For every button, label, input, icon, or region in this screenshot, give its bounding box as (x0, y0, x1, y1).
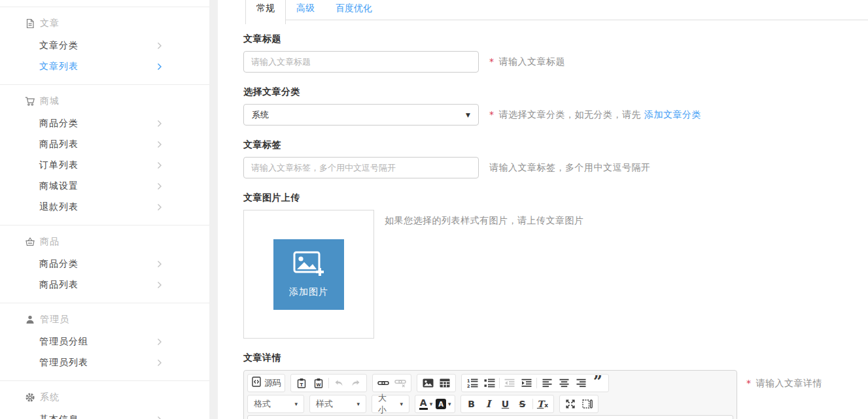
outdent-button[interactable] (501, 375, 518, 391)
link-group (372, 374, 411, 392)
article-category-help: * 请选择文章分类，如无分类，请先 添加文章分类 (489, 109, 701, 121)
chevron-right-icon (157, 281, 162, 289)
sidebar-item-order-list[interactable]: 订单列表 (24, 155, 173, 176)
align-center-button[interactable] (555, 375, 572, 391)
underline-button[interactable]: U (497, 396, 514, 412)
sidebar-section-title: 商城 (40, 95, 60, 107)
redo-button[interactable] (347, 375, 364, 391)
size-dropdown[interactable]: 大小 ▾ (372, 395, 409, 413)
blockquote-button[interactable]: ” (589, 375, 606, 391)
chevron-down-icon: ▾ (430, 401, 433, 407)
image-upload-box[interactable]: 添加图片 (243, 210, 374, 339)
chevron-right-icon (157, 141, 162, 148)
article-image-label: 文章图片上传 (243, 192, 868, 204)
sidebar-item-product-category[interactable]: 商品分类 (24, 254, 173, 275)
main-content: 常规 高级 百度优化 文章标题 * 请输入文章标题 选择文章分类 系统 ▼ (218, 0, 868, 419)
background-color-button[interactable]: A▾ (434, 396, 453, 412)
source-group: 源码 (247, 374, 285, 392)
sidebar-header-system[interactable]: 系统 (24, 390, 173, 405)
sidebar-item-mall-settings[interactable]: 商城设置 (24, 176, 173, 197)
article-tags-input[interactable] (243, 157, 479, 178)
chevron-right-icon (157, 416, 162, 419)
chevron-right-icon (157, 161, 162, 169)
chevron-down-icon: ▾ (356, 401, 360, 407)
add-image-button[interactable]: 添加图片 (273, 239, 344, 310)
toolbar-separator (532, 399, 533, 409)
article-detail-label: 文章详情 (243, 352, 868, 364)
article-title-input[interactable] (243, 51, 479, 73)
sidebar-item-admin-group[interactable]: 管理员分组 (24, 331, 173, 352)
unlink-button[interactable] (392, 375, 409, 391)
style-dropdown[interactable]: 样式 ▾ (309, 395, 366, 413)
sidebar-divider (209, 0, 218, 419)
sidebar-item-refund-list[interactable]: 退款列表 (24, 197, 173, 218)
ordered-list-button[interactable]: 12 (464, 375, 481, 391)
text-color-button[interactable]: A▾ (417, 396, 434, 412)
field-article-title: 文章标题 * 请输入文章标题 (243, 33, 868, 73)
indent-button[interactable] (518, 375, 535, 391)
sidebar-section-title: 文章 (40, 18, 60, 29)
chevron-right-icon (157, 338, 162, 346)
field-article-category: 选择文章分类 系统 ▼ * 请选择文章分类，如无分类，请先 添加文章分类 (243, 86, 868, 126)
toolbar-separator (328, 378, 329, 388)
select-caret-icon: ▼ (466, 112, 470, 118)
chevron-down-icon: ▾ (294, 401, 298, 407)
unordered-list-button[interactable] (481, 375, 498, 391)
sidebar: 文章 文章分类 文章列表 商城 商品分类 商品 (0, 0, 209, 419)
sidebar-section-system: 系统 基本信息 (0, 380, 209, 419)
field-article-image: 文章图片上传 添加图片 如果您选择的列表样式有图片，请上传文章图片 (243, 192, 868, 339)
paste-text-button[interactable]: T (293, 375, 310, 391)
align-left-button[interactable] (538, 375, 555, 391)
cart-icon (24, 96, 35, 107)
italic-button[interactable]: I (480, 396, 497, 412)
sidebar-item-admin-list[interactable]: 管理员列表 (24, 352, 173, 373)
sidebar-section-title: 商品 (40, 236, 60, 248)
strikethrough-button[interactable]: S (514, 396, 531, 412)
sidebar-item-article-category[interactable]: 文章分类 (24, 35, 173, 56)
image-button[interactable] (419, 375, 436, 391)
sidebar-item-article-list[interactable]: 文章列表 (24, 56, 173, 77)
tab-advanced[interactable]: 高级 (286, 0, 325, 20)
tab-baidu-seo[interactable]: 百度优化 (325, 0, 383, 20)
paste-word-button[interactable]: W (310, 375, 327, 391)
add-category-link[interactable]: 添加文章分类 (644, 109, 701, 121)
sidebar-item-goods-category[interactable]: 商品分类 (24, 113, 173, 134)
bold-button[interactable]: B (463, 396, 480, 412)
sidebar-item-product-list[interactable]: 商品列表 (24, 275, 173, 295)
sidebar-header-mall[interactable]: 商城 (24, 93, 173, 109)
sidebar-section-title: 管理员 (40, 314, 69, 326)
sidebar-section-mall: 商城 商品分类 商品列表 订单列表 商城设置 退款列表 (0, 84, 209, 225)
add-image-label: 添加图片 (289, 286, 328, 298)
tab-general[interactable]: 常规 (245, 0, 286, 24)
sidebar-section-product: 商品 商品分类 商品列表 (0, 225, 209, 303)
image-plus-icon (292, 250, 325, 282)
toolbar-separator (499, 378, 500, 388)
color-group: A▾ A▾ (415, 395, 455, 413)
editor-content-area[interactable] (247, 415, 733, 419)
article-title-help: * 请输入文章标题 (489, 56, 565, 68)
sidebar-header-admin[interactable]: 管理员 (24, 312, 173, 327)
sidebar-item-basic-info[interactable]: 基本信息 (24, 409, 173, 419)
align-right-button[interactable] (572, 375, 589, 391)
source-button[interactable]: 源码 (250, 375, 283, 391)
undo-button[interactable] (330, 375, 347, 391)
chevron-right-icon (157, 42, 162, 50)
table-button[interactable] (436, 375, 453, 391)
gear-icon (24, 392, 35, 403)
required-asterisk: * (489, 56, 495, 67)
article-tags-label: 文章标签 (243, 139, 868, 151)
link-button[interactable] (375, 375, 392, 391)
sidebar-item-goods-list[interactable]: 商品列表 (24, 134, 173, 155)
svg-text:T: T (300, 382, 304, 388)
sidebar-header-product[interactable]: 商品 (24, 234, 173, 250)
format-dropdown[interactable]: 格式 ▾ (247, 395, 304, 413)
background-color-icon: A (436, 399, 446, 409)
show-blocks-button[interactable] (579, 396, 596, 412)
maximize-button[interactable] (562, 396, 579, 412)
remove-format-button[interactable]: Tx (534, 396, 551, 412)
sidebar-header-article[interactable]: 文章 (24, 16, 173, 31)
paragraph-group: 12 (461, 374, 609, 392)
article-category-select[interactable]: 系统 ▼ (243, 104, 479, 126)
tools-group (559, 395, 599, 413)
sidebar-section-title: 系统 (40, 392, 60, 403)
